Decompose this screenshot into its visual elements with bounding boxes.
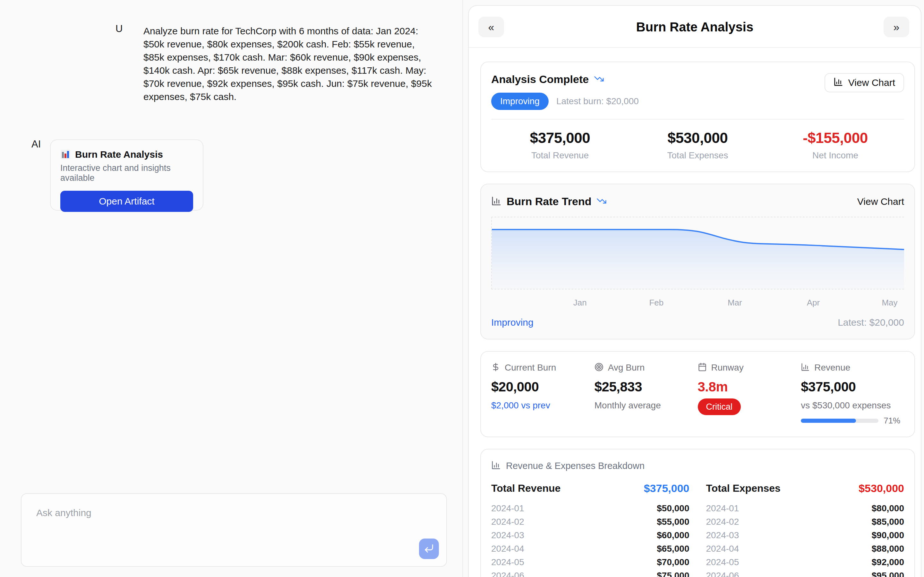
- bar-chart-icon: [491, 196, 501, 207]
- send-button[interactable]: [419, 538, 439, 559]
- revenue-column: Total Revenue $375,000 2024-01$50,000 20…: [491, 482, 690, 577]
- stat-total-revenue: $375,000 Total Revenue: [491, 129, 629, 161]
- row-value: $92,000: [872, 557, 904, 567]
- stat-label: Total Expenses: [629, 150, 766, 161]
- bar-chart-icon: [491, 460, 501, 471]
- revenue-column-header: Total Revenue: [491, 482, 561, 494]
- row-value: $85,000: [872, 517, 904, 527]
- revenue-total: $375,000: [644, 482, 690, 495]
- trending-down-icon: [596, 196, 607, 207]
- row-month: 2024-04: [491, 544, 524, 554]
- trend-card-title: Burn Rate Trend: [507, 195, 591, 208]
- bar-chart-emoji-icon: [60, 149, 71, 160]
- summary-title: Analysis Complete: [491, 73, 589, 85]
- row-month: 2024-06: [706, 571, 739, 577]
- metric-subtext: $2,000 vs prev: [491, 400, 594, 411]
- chevrons-right-icon: »: [893, 21, 900, 33]
- artifact-card-subtitle: Interactive chart and insights available: [60, 163, 193, 183]
- row-value: $80,000: [872, 503, 904, 514]
- table-row: 2024-05$70,000: [491, 556, 690, 569]
- chat-composer: [21, 493, 447, 567]
- critical-badge: Critical: [698, 398, 741, 415]
- row-value: $75,000: [657, 571, 689, 577]
- metric-value: $375,000: [801, 379, 904, 395]
- revenue-vs-expenses-progress: 71%: [801, 416, 900, 426]
- table-row: 2024-06$95,000: [706, 569, 905, 577]
- revenue-expenses-breakdown-card: Revenue & Expenses Breakdown Total Reven…: [480, 449, 915, 577]
- bar-chart-icon: [801, 363, 810, 373]
- x-tick: Mar: [728, 298, 742, 308]
- burn-rate-line-chart: [491, 217, 904, 290]
- expenses-column: Total Expenses $530,000 2024-01$80,000 2…: [706, 482, 905, 577]
- row-month: 2024-03: [706, 530, 739, 540]
- table-row: 2024-02$55,000: [491, 515, 690, 529]
- artifact-panel: « Burn Rate Analysis » Analysis Complete: [468, 5, 921, 577]
- row-month: 2024-06: [491, 571, 524, 577]
- metric-avg-burn: Avg Burn $25,833 Monthly average: [594, 363, 698, 426]
- row-value: $65,000: [657, 544, 689, 554]
- x-tick: Apr: [807, 298, 820, 308]
- metric-value: $25,833: [594, 379, 698, 395]
- row-month: 2024-04: [706, 544, 739, 554]
- trend-view-chart-link[interactable]: View Chart: [857, 196, 904, 207]
- metric-subtext: Monthly average: [594, 400, 698, 411]
- stat-value: -$155,000: [766, 129, 904, 147]
- row-value: $95,000: [872, 571, 904, 577]
- view-chart-button[interactable]: View Chart: [825, 73, 904, 92]
- artifact-card-title: Burn Rate Analysis: [75, 149, 163, 160]
- progress-percent-label: 71%: [884, 416, 900, 426]
- bar-chart-icon: [834, 77, 843, 89]
- row-month: 2024-05: [491, 557, 524, 567]
- stat-label: Net Income: [766, 150, 904, 161]
- table-row: 2024-01$50,000: [491, 502, 690, 515]
- latest-burn-text: Latest burn: $20,000: [556, 96, 639, 106]
- trend-latest-text: Latest: $20,000: [838, 317, 904, 328]
- row-month: 2024-03: [491, 530, 524, 540]
- breakdown-title: Revenue & Expenses Breakdown: [506, 461, 645, 471]
- table-row: 2024-03$60,000: [491, 529, 690, 542]
- row-month: 2024-05: [706, 557, 739, 567]
- row-value: $50,000: [657, 503, 689, 514]
- row-value: $70,000: [657, 557, 689, 567]
- progress-track: [801, 419, 879, 423]
- x-tick: Jan: [573, 298, 587, 308]
- expenses-total: $530,000: [859, 482, 904, 495]
- table-row: 2024-06$75,000: [491, 569, 690, 577]
- row-value: $90,000: [872, 530, 904, 540]
- return-arrow-icon: [423, 543, 435, 555]
- metric-label: Avg Burn: [608, 363, 645, 373]
- stat-total-expenses: $530,000 Total Expenses: [629, 129, 766, 161]
- trending-down-icon: [594, 74, 604, 85]
- trend-status-text: Improving: [491, 317, 533, 328]
- table-row: 2024-05$92,000: [706, 556, 905, 569]
- metric-value: $20,000: [491, 379, 594, 395]
- row-month: 2024-01: [706, 503, 739, 514]
- metric-label: Revenue: [814, 363, 850, 373]
- user-avatar: U: [115, 23, 123, 35]
- stat-label: Total Revenue: [491, 150, 629, 161]
- stat-net-income: -$155,000 Net Income: [766, 129, 904, 161]
- metric-label: Runway: [711, 363, 744, 373]
- table-row: 2024-04$88,000: [706, 542, 905, 556]
- chat-panel: U Analyze burn rate for TechCorp with 6 …: [0, 0, 463, 577]
- artifact-panel-title: Burn Rate Analysis: [469, 20, 921, 34]
- analysis-summary-card: Analysis Complete Improving Latest burn:…: [480, 61, 915, 172]
- artifact-preview-card: Burn Rate Analysis Interactive chart and…: [50, 139, 204, 211]
- burn-rate-trend-card: Burn Rate Trend View Chart: [480, 184, 915, 340]
- metric-subtext: vs $530,000 expenses: [801, 400, 904, 411]
- open-artifact-button[interactable]: Open Artifact: [60, 191, 193, 212]
- expand-panel-button[interactable]: »: [884, 17, 909, 37]
- x-tick: Feb: [649, 298, 664, 308]
- row-value: $55,000: [657, 517, 689, 527]
- table-row: 2024-02$85,000: [706, 515, 905, 529]
- table-row: 2024-04$65,000: [491, 542, 690, 556]
- progress-fill: [801, 419, 856, 423]
- target-icon: [594, 363, 604, 373]
- chat-input[interactable]: [21, 494, 446, 566]
- user-message: Analyze burn rate for TechCorp with 6 mo…: [144, 24, 435, 103]
- metric-runway: Runway 3.8m Critical: [698, 363, 801, 426]
- key-metrics-card: Current Burn $20,000 $2,000 vs prev Avg …: [480, 351, 915, 437]
- chart-x-axis-labels: Jan Feb Mar Apr May: [491, 295, 904, 309]
- row-month: 2024-01: [491, 503, 524, 514]
- row-value: $60,000: [657, 530, 689, 540]
